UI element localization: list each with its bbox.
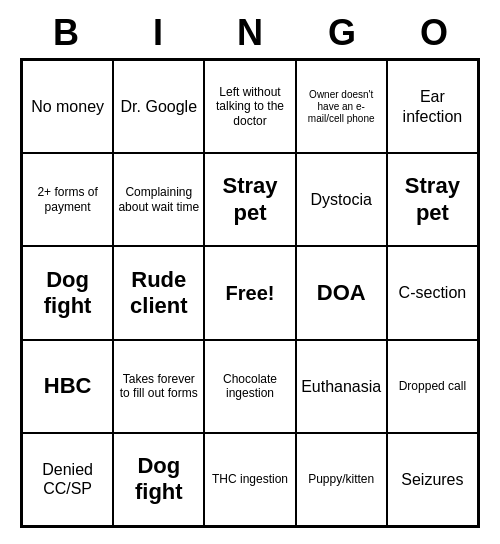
bingo-cell-20: Denied CC/SP xyxy=(22,433,113,526)
bingo-cell-11: Rude client xyxy=(113,246,204,339)
bingo-cell-12: Free! xyxy=(204,246,295,339)
cell-text-2: Left without talking to the doctor xyxy=(209,85,290,128)
bingo-cell-9: Stray pet xyxy=(387,153,478,246)
bingo-cell-7: Stray pet xyxy=(204,153,295,246)
cell-text-20: Denied CC/SP xyxy=(27,460,108,498)
cell-text-22: THC ingestion xyxy=(209,472,290,486)
header-letter-o: O xyxy=(388,8,480,58)
bingo-cell-21: Dog fight xyxy=(113,433,204,526)
cell-text-17: Chocolate ingestion xyxy=(209,372,290,401)
cell-text-6: Complaining about wait time xyxy=(118,185,199,214)
cell-text-18: Euthanasia xyxy=(301,377,382,396)
cell-text-11: Rude client xyxy=(118,267,199,320)
bingo-cell-6: Complaining about wait time xyxy=(113,153,204,246)
cell-text-15: HBC xyxy=(27,373,108,399)
bingo-cell-14: C-section xyxy=(387,246,478,339)
cell-text-3: Owner doesn't have an e-mail/cell phone xyxy=(301,89,382,125)
cell-text-10: Dog fight xyxy=(27,267,108,320)
cell-text-16: Takes forever to fill out forms xyxy=(118,372,199,401)
bingo-cell-22: THC ingestion xyxy=(204,433,295,526)
bingo-cell-24: Seizures xyxy=(387,433,478,526)
cell-text-7: Stray pet xyxy=(209,173,290,226)
bingo-cell-2: Left without talking to the doctor xyxy=(204,60,295,153)
bingo-cell-19: Dropped call xyxy=(387,340,478,433)
cell-text-4: Ear infection xyxy=(392,87,473,125)
bingo-cell-17: Chocolate ingestion xyxy=(204,340,295,433)
cell-text-0: No money xyxy=(27,97,108,116)
bingo-cell-8: Dystocia xyxy=(296,153,387,246)
header-letter-i: I xyxy=(112,8,204,58)
cell-text-5: 2+ forms of payment xyxy=(27,185,108,214)
bingo-cell-10: Dog fight xyxy=(22,246,113,339)
bingo-cell-18: Euthanasia xyxy=(296,340,387,433)
bingo-header: BINGO xyxy=(20,8,480,58)
bingo-cell-13: DOA xyxy=(296,246,387,339)
bingo-cell-23: Puppy/kitten xyxy=(296,433,387,526)
header-letter-g: G xyxy=(296,8,388,58)
bingo-cell-0: No money xyxy=(22,60,113,153)
cell-text-1: Dr. Google xyxy=(118,97,199,116)
cell-text-19: Dropped call xyxy=(392,379,473,393)
bingo-cell-5: 2+ forms of payment xyxy=(22,153,113,246)
cell-text-14: C-section xyxy=(392,283,473,302)
cell-text-21: Dog fight xyxy=(118,453,199,506)
cell-text-24: Seizures xyxy=(392,470,473,489)
cell-text-8: Dystocia xyxy=(301,190,382,209)
header-letter-n: N xyxy=(204,8,296,58)
cell-text-23: Puppy/kitten xyxy=(301,472,382,486)
cell-text-13: DOA xyxy=(301,280,382,306)
bingo-cell-1: Dr. Google xyxy=(113,60,204,153)
bingo-cell-4: Ear infection xyxy=(387,60,478,153)
header-letter-b: B xyxy=(20,8,112,58)
bingo-cell-3: Owner doesn't have an e-mail/cell phone xyxy=(296,60,387,153)
bingo-cell-16: Takes forever to fill out forms xyxy=(113,340,204,433)
bingo-grid: No moneyDr. GoogleLeft without talking t… xyxy=(20,58,480,528)
bingo-cell-15: HBC xyxy=(22,340,113,433)
cell-text-9: Stray pet xyxy=(392,173,473,226)
cell-text-12: Free! xyxy=(209,281,290,305)
